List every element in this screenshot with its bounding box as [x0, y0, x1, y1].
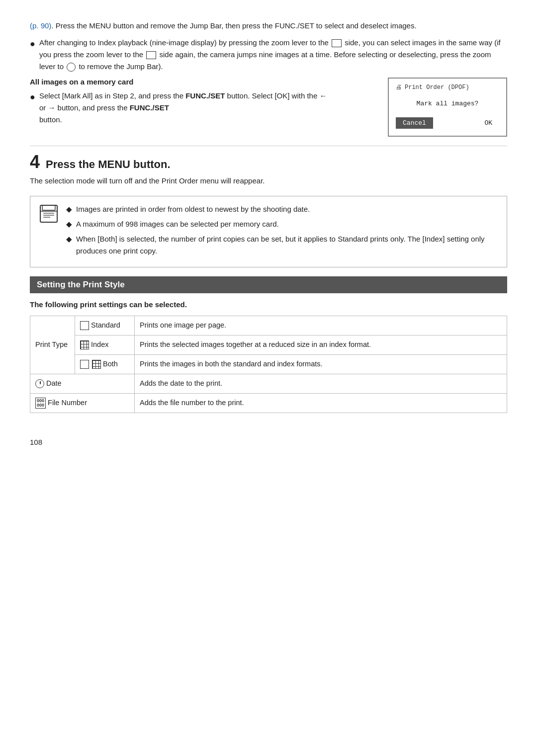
note-item-3: ◆ When [Both] is selected, the number of… — [66, 233, 499, 257]
bullet-content-1: After changing to Index playback (nine-i… — [39, 37, 507, 73]
table-row-standard: Print Type Standard Prints one image per… — [30, 316, 507, 336]
note-text-3: When [Both] is selected, the number of p… — [76, 233, 499, 257]
note-item-2: ◆ A maximum of 998 images can be selecte… — [66, 218, 499, 230]
step-divider-1 — [30, 146, 507, 146]
note-bullet-2: ◆ — [66, 218, 72, 230]
camera-screen-title: 🖨 Print Order (DPOF) — [396, 84, 499, 91]
camera-ok-button: OK — [477, 117, 499, 129]
standard-label-cell: Standard — [75, 316, 135, 336]
index-description: Prints the selected images together at a… — [135, 336, 507, 355]
all-images-bullet-dot: ● — [30, 90, 35, 104]
camera-screen-body: Mark all images? — [396, 100, 499, 107]
page-number: 108 — [30, 438, 507, 446]
standard-description: Prints one image per page. — [135, 316, 507, 336]
all-images-heading: All images on a memory card — [30, 78, 373, 86]
filenumber-description: Adds the file number to the print. — [135, 394, 507, 413]
svg-rect-1 — [42, 205, 55, 210]
date-label-cell: Date — [30, 374, 135, 394]
standard-icon — [80, 321, 89, 330]
note-text-1: Images are printed in order from oldest … — [76, 203, 499, 215]
camera-screen: 🖨 Print Order (DPOF) Mark all images? Ca… — [388, 78, 507, 137]
standard-label: Standard — [91, 320, 120, 331]
top-paragraph: (p. 90). Press the MENU button and remov… — [30, 20, 507, 32]
step-header: 4 Press the MENU button. — [30, 153, 507, 171]
page-link: (p. 90) — [30, 21, 51, 30]
index-icon-group: Index — [80, 339, 108, 350]
table-row-both: Both Prints the images in both the stand… — [30, 355, 507, 374]
filenumber-label: File Number — [48, 398, 87, 409]
note-content: ◆ Images are printed in order from oldes… — [66, 203, 499, 260]
bullet-dot-1: ● — [30, 37, 35, 51]
all-images-left: All images on a memory card ● Select [Ma… — [30, 78, 373, 137]
both-box-icon — [80, 360, 89, 369]
table-row-index: Index Prints the selected images togethe… — [30, 336, 507, 355]
table-row-filenumber: 000 000 File Number Adds the file number… — [30, 394, 507, 413]
svg-rect-0 — [40, 205, 57, 222]
table-row-date: Date Adds the date to the print. — [30, 374, 507, 394]
date-icon-group: Date — [35, 378, 62, 389]
index-label: Index — [91, 339, 108, 350]
index-icon — [80, 340, 89, 349]
print-type-header: Print Type — [30, 316, 75, 374]
note-bullet-1: ◆ — [66, 203, 72, 215]
date-icon — [35, 379, 44, 388]
section-subtext: The following print settings can be sele… — [30, 300, 507, 309]
both-label: Both — [103, 359, 118, 370]
note-bullet-3: ◆ — [66, 233, 72, 245]
standard-icon-group: Standard — [80, 320, 120, 331]
index-label-cell: Index — [75, 336, 135, 355]
camera-screen-title-text: Print Order (DPOF) — [405, 84, 469, 91]
top-section: (p. 90). Press the MENU button and remov… — [30, 20, 507, 137]
step-number: 4 — [30, 153, 40, 171]
all-images-bullet: ● Select [Mark All] as in Step 2, and pr… — [30, 90, 373, 126]
date-label: Date — [46, 378, 62, 389]
settings-table: Print Type Standard Prints one image per… — [30, 316, 507, 413]
note-svg-icon — [39, 204, 58, 223]
bullet-item-1: ● After changing to Index playback (nine… — [30, 37, 507, 73]
filenumber-icon-group: 000 000 File Number — [35, 398, 87, 409]
all-images-section: All images on a memory card ● Select [Ma… — [30, 78, 507, 137]
both-grid-icon — [92, 360, 101, 369]
camera-screen-buttons: Cancel OK — [396, 117, 499, 129]
step-title: Press the MENU button. — [46, 158, 171, 171]
all-images-bullet-content: Select [Mark All] as in Step 2, and pres… — [39, 90, 373, 126]
top-para-text: . Press the MENU button and remove the J… — [51, 21, 416, 30]
all-images-right: 🖨 Print Order (DPOF) Mark all images? Ca… — [388, 78, 507, 137]
camera-cancel-button: Cancel — [396, 117, 433, 129]
both-icon-group: Both — [80, 359, 118, 370]
note-item-1: ◆ Images are printed in order from oldes… — [66, 203, 499, 215]
filenumber-icon: 000 000 — [35, 398, 46, 409]
step-description: The selection mode will turn off and the… — [30, 175, 507, 187]
both-description: Prints the images in both the standard a… — [135, 355, 507, 374]
print-order-icon: 🖨 — [396, 84, 402, 91]
both-label-cell: Both — [75, 355, 135, 374]
date-description: Adds the date to the print. — [135, 374, 507, 394]
note-icon — [38, 203, 59, 224]
note-text-2: A maximum of 998 images can be selected … — [76, 218, 499, 230]
section-heading-bar: Setting the Print Style — [30, 276, 507, 293]
filenumber-label-cell: 000 000 File Number — [30, 394, 135, 413]
note-box: ◆ Images are printed in order from oldes… — [30, 196, 507, 267]
